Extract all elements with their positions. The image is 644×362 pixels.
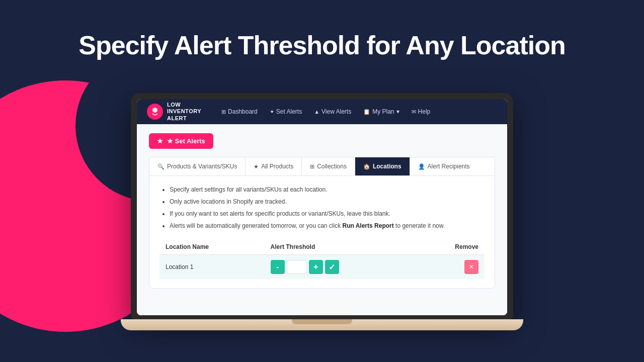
- info-item-1: Specify alert settings for all variants/…: [170, 185, 485, 194]
- logo-text: LOW INVENTORY ALERT: [167, 102, 201, 122]
- table-body: Location 1 - + ✓: [159, 255, 485, 280]
- nav-view-alerts[interactable]: ▲ View Alerts: [309, 105, 356, 118]
- tab-location-icon: 🏠: [363, 163, 370, 170]
- laptop-frame: LOW INVENTORY ALERT ⊞ Dashboard ✦ Set Al…: [131, 93, 513, 330]
- col-alert-threshold: Alert Threshold: [265, 239, 417, 255]
- threshold-controls: - + ✓: [271, 260, 411, 274]
- nav-set-alerts[interactable]: ✦ Set Alerts: [265, 105, 307, 118]
- laptop-screen-outer: LOW INVENTORY ALERT ⊞ Dashboard ✦ Set Al…: [131, 93, 513, 319]
- app-logo: LOW INVENTORY ALERT: [147, 102, 201, 122]
- tab-products-variants[interactable]: 🔍 Products & Variants/SKUs: [149, 157, 246, 175]
- set-alerts-star-icon: ★: [157, 137, 163, 145]
- table-header-row: Location Name Alert Threshold Remove: [159, 239, 485, 255]
- threshold-cell: - + ✓: [265, 255, 417, 280]
- location-name-cell: Location 1: [159, 255, 265, 280]
- help-icon: ✉: [412, 109, 416, 115]
- remove-button[interactable]: ×: [464, 260, 478, 274]
- app-content: ★ ★ Set Alerts 🔍 Products & Variants/SKU…: [137, 124, 507, 315]
- threshold-input[interactable]: [287, 260, 307, 274]
- tabs-header: 🔍 Products & Variants/SKUs ★ All Product…: [149, 157, 495, 176]
- dropdown-arrow-icon: ▾: [396, 108, 399, 115]
- tab-locations[interactable]: 🏠 Locations: [355, 157, 410, 175]
- tab-search-icon: 🔍: [157, 163, 165, 170]
- laptop-notch: [292, 319, 352, 324]
- col-location-name: Location Name: [159, 239, 265, 255]
- set-alerts-nav-icon: ✦: [270, 109, 274, 115]
- tab-all-products[interactable]: ★ All Products: [246, 157, 302, 175]
- nav-dashboard[interactable]: ⊞ Dashboard: [216, 105, 263, 118]
- info-item-4: Alerts will be automatically generated t…: [170, 221, 485, 230]
- nav-help[interactable]: ✉ Help: [407, 105, 436, 118]
- laptop-base: [121, 319, 523, 330]
- col-remove: Remove: [417, 239, 485, 255]
- tab-content-locations: Specify alert settings for all variants/…: [149, 176, 495, 288]
- run-alerts-link[interactable]: Run Alerts Report: [342, 222, 393, 229]
- info-item-2: Only active locations in Shopify are tra…: [170, 197, 485, 206]
- tab-collections[interactable]: ⊞ Collections: [302, 157, 355, 175]
- app-navbar: LOW INVENTORY ALERT ⊞ Dashboard ✦ Set Al…: [137, 99, 507, 124]
- tab-star-icon: ★: [254, 163, 259, 170]
- page-heading: Specify Alert Threshold for Any Location: [0, 30, 644, 60]
- remove-cell: ×: [417, 255, 485, 280]
- laptop-screen-inner: LOW INVENTORY ALERT ⊞ Dashboard ✦ Set Al…: [137, 99, 507, 315]
- nav-my-plan[interactable]: 📋 My Plan ▾: [358, 105, 404, 118]
- tabs-container: 🔍 Products & Variants/SKUs ★ All Product…: [149, 157, 495, 289]
- logo-icon: [147, 104, 163, 120]
- svg-point-0: [152, 108, 157, 113]
- confirm-button[interactable]: ✓: [325, 260, 339, 274]
- tab-user-icon: 👤: [418, 163, 425, 170]
- info-list: Specify alert settings for all variants/…: [159, 185, 485, 230]
- decrement-button[interactable]: -: [271, 260, 285, 274]
- table-header: Location Name Alert Threshold Remove: [159, 239, 485, 255]
- nav-links: ⊞ Dashboard ✦ Set Alerts ▲ View Alerts 📋…: [216, 105, 497, 118]
- my-plan-icon: 📋: [363, 109, 370, 115]
- tab-grid-icon: ⊞: [310, 163, 314, 170]
- view-alerts-icon: ▲: [314, 109, 319, 115]
- locations-table: Location Name Alert Threshold Remove Loc…: [159, 239, 485, 279]
- info-item-3: If you only want to set alerts for speci…: [170, 209, 485, 218]
- dashboard-icon: ⊞: [221, 109, 226, 115]
- set-alerts-button[interactable]: ★ ★ Set Alerts: [149, 133, 213, 149]
- tab-alert-recipients[interactable]: 👤 Alert Recipients: [410, 157, 478, 175]
- table-row: Location 1 - + ✓: [159, 255, 485, 280]
- increment-button[interactable]: +: [309, 260, 323, 274]
